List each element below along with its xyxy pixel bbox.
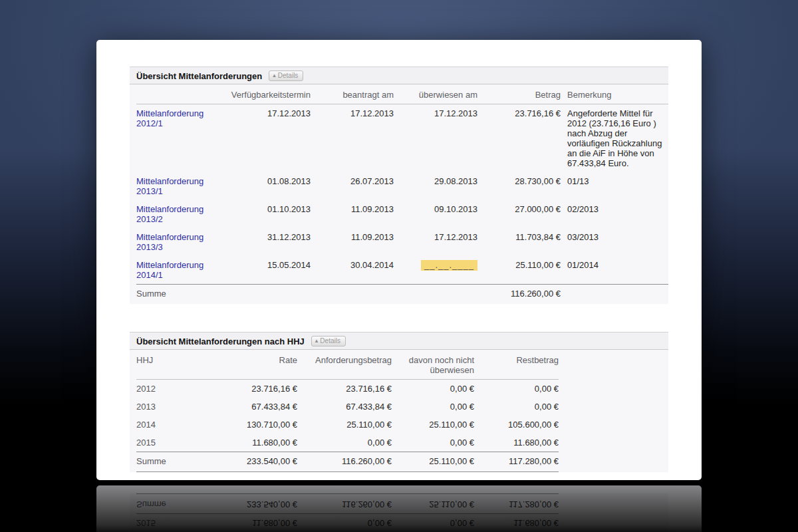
table-row: 2014 130.710,00 € 25.110,00 € 25.110,00 … bbox=[136, 416, 559, 434]
cell-betrag: 25.110,00 € bbox=[477, 256, 561, 285]
cell-restbetrag: 0,00 € bbox=[474, 398, 559, 416]
cell-ueberwiesen-am: 17.12.2013 bbox=[394, 104, 477, 173]
cell-anforderungsbetrag: 25.110,00 € bbox=[297, 416, 392, 434]
cell-bemerkung: 01/2014 bbox=[561, 256, 668, 285]
content-area: Übersicht Mittelanforderungen ▴ Details … bbox=[130, 66, 668, 472]
section1-details-button[interactable]: ▴ Details bbox=[269, 70, 303, 81]
cell-bemerkung: 02/2013 bbox=[561, 200, 668, 228]
table-header-row: HHJ Rate Anforderungsbetrag davon noch n… bbox=[136, 350, 559, 380]
section2-title: Übersicht Mittelanforderungen nach HHJ bbox=[136, 336, 305, 346]
cell-anforderungsbetrag: 67.433,84 € bbox=[297, 398, 392, 416]
summe-label: Summe bbox=[136, 285, 219, 305]
section-spacer bbox=[130, 304, 668, 332]
mittelanforderung-2013-3-link[interactable]: Mittelanforderung 2013/3 bbox=[136, 232, 219, 252]
collapse-arrow-icon: ▴ bbox=[273, 72, 276, 78]
cell-verfuegbarkeitstermin: 15.05.2014 bbox=[219, 256, 311, 285]
table-row: Mittelanforderung 2012/1 17.12.2013 17.1… bbox=[136, 104, 668, 173]
cell-verfuegbarkeitstermin: 31.12.2013 bbox=[219, 228, 311, 256]
cell-beantragt-am: 11.09.2013 bbox=[311, 228, 394, 256]
col-header-rate: Rate bbox=[176, 350, 297, 380]
cell-anforderungsbetrag: 23.716,16 € bbox=[297, 380, 392, 398]
table-row: Mittelanforderung 2013/1 01.08.2013 26.0… bbox=[136, 172, 668, 200]
cell-betrag: 28.730,00 € bbox=[477, 172, 561, 200]
content-card: Übersicht Mittelanforderungen ▴ Details … bbox=[96, 485, 702, 532]
col-header-restbetrag: Restbetrag bbox=[474, 350, 559, 380]
cell-betrag: 11.703,84 € bbox=[477, 228, 561, 256]
cell-bemerkung: 01/13 bbox=[561, 172, 668, 200]
section1-title: Übersicht Mittelanforderungen bbox=[136, 71, 262, 81]
mittelanforderung-2013-2-link[interactable]: Mittelanforderung 2013/2 bbox=[136, 204, 219, 224]
section1-header: Übersicht Mittelanforderungen ▴ Details bbox=[130, 66, 668, 84]
cell-davon: 0,00 € bbox=[392, 380, 474, 398]
summe-restbetrag: 117.280,00 € bbox=[474, 452, 559, 472]
section2-details-button[interactable]: ▴ Details bbox=[311, 336, 346, 346]
cell-rate: 130.710,00 € bbox=[176, 416, 297, 434]
cell-ueberwiesen-am: 29.08.2013 bbox=[394, 172, 477, 200]
col-header-betrag: Betrag bbox=[477, 84, 561, 104]
cell-davon: 25.110,00 € bbox=[392, 416, 474, 434]
table-row: Mittelanforderung 2013/2 01.10.2013 11.0… bbox=[136, 200, 668, 228]
summe-row: Summe 233.540,00 € 116.260,00 € 25.110,0… bbox=[136, 452, 559, 472]
summe-row: Summe 116.260,00 € bbox=[136, 285, 668, 305]
cell-davon: 0,00 € bbox=[392, 434, 474, 452]
cell-ueberwiesen-am: 17.12.2013 bbox=[394, 228, 477, 256]
cell-restbetrag: 0,00 € bbox=[474, 380, 559, 398]
summe-davon: 25.110,00 € bbox=[392, 452, 474, 472]
col-header-hhj: HHJ bbox=[136, 350, 176, 380]
mittelanforderungen-table: Verfügbarkeitstermin beantragt am überwi… bbox=[136, 84, 668, 304]
cell-beantragt-am: 11.09.2013 bbox=[311, 200, 394, 228]
cell-hhj: 2015 bbox=[136, 434, 176, 452]
hhj-table: HHJ Rate Anforderungsbetrag davon noch n… bbox=[136, 350, 559, 472]
summe-betrag: 116.260,00 € bbox=[477, 285, 561, 305]
cell-bemerkung: Angeforderte Mittel für 2012 (23.716,16 … bbox=[561, 104, 668, 173]
cell-davon: 0,00 € bbox=[392, 398, 474, 416]
cell-betrag: 27.000,00 € bbox=[477, 200, 561, 228]
cell-hhj: 2014 bbox=[136, 416, 176, 434]
mittelanforderung-2013-1-link[interactable]: Mittelanforderung 2013/1 bbox=[136, 176, 219, 196]
details-button-label: Details bbox=[320, 337, 340, 344]
cell-rate: 23.716,16 € bbox=[176, 380, 297, 398]
cell-hhj: 2012 bbox=[136, 380, 176, 398]
summe-label: Summe bbox=[136, 452, 176, 472]
table-row: 2015 11.680,00 € 0,00 € 0,00 € 11.680,00… bbox=[136, 434, 559, 452]
content-card: Übersicht Mittelanforderungen ▴ Details … bbox=[96, 40, 702, 480]
col-header-anforderungsbetrag: Anforderungsbetrag bbox=[297, 350, 392, 380]
cell-rate: 11.680,00 € bbox=[176, 434, 297, 452]
details-button-label: Details bbox=[278, 72, 299, 79]
cell-hhj: 2013 bbox=[136, 398, 176, 416]
col-header-beantragt-am: beantragt am bbox=[311, 84, 394, 104]
table-row: Mittelanforderung 2014/1 15.05.2014 30.0… bbox=[136, 256, 668, 285]
ueberwiesen-am-pending-date-field[interactable]: __.__.____ bbox=[421, 260, 477, 271]
section2-header: Übersicht Mittelanforderungen nach HHJ ▴… bbox=[130, 332, 668, 350]
cell-beantragt-am: 17.12.2013 bbox=[311, 104, 394, 173]
cell-verfuegbarkeitstermin: 01.10.2013 bbox=[219, 200, 311, 228]
col-header-verfuegbarkeitstermin: Verfügbarkeitstermin bbox=[219, 84, 311, 104]
cell-restbetrag: 11.680,00 € bbox=[474, 434, 559, 452]
table-row: 2013 67.433,84 € 67.433,84 € 0,00 € 0,00… bbox=[136, 398, 559, 416]
cell-beantragt-am: 30.04.2014 bbox=[311, 256, 394, 285]
cell-betrag: 23.716,16 € bbox=[477, 104, 561, 173]
col-header-davon-noch-nicht-ueberwiesen: davon noch nicht überwiesen bbox=[392, 350, 474, 380]
cell-anforderungsbetrag: 0,00 € bbox=[297, 434, 392, 452]
card-reflection: Übersicht Mittelanforderungen ▴ Details … bbox=[96, 485, 702, 532]
summe-anforderungsbetrag: 116.260,00 € bbox=[297, 452, 392, 472]
mittelanforderung-2014-1-link[interactable]: Mittelanforderung 2014/1 bbox=[136, 260, 219, 280]
cell-restbetrag: 105.600,00 € bbox=[474, 416, 559, 434]
col-header-ueberwiesen-am: überwiesen am bbox=[394, 84, 477, 104]
table-row: Mittelanforderung 2013/3 31.12.2013 11.0… bbox=[136, 228, 668, 256]
cell-beantragt-am: 26.07.2013 bbox=[311, 172, 394, 200]
cell-rate: 67.433,84 € bbox=[176, 398, 297, 416]
table-header-row: Verfügbarkeitstermin beantragt am überwi… bbox=[136, 84, 668, 104]
col-header-empty bbox=[136, 84, 219, 104]
cell-verfuegbarkeitstermin: 17.12.2013 bbox=[219, 104, 311, 173]
table-row: 2012 23.716,16 € 23.716,16 € 0,00 € 0,00… bbox=[136, 380, 559, 398]
cell-ueberwiesen-am: 09.10.2013 bbox=[394, 200, 477, 228]
summe-rate: 233.540,00 € bbox=[176, 452, 297, 472]
cell-verfuegbarkeitstermin: 01.08.2013 bbox=[219, 172, 311, 200]
cell-bemerkung: 03/2013 bbox=[561, 228, 668, 256]
collapse-arrow-icon: ▴ bbox=[315, 338, 319, 344]
mittelanforderung-2012-1-link[interactable]: Mittelanforderung 2012/1 bbox=[136, 108, 219, 128]
col-header-bemerkung: Bemerkung bbox=[561, 84, 668, 104]
